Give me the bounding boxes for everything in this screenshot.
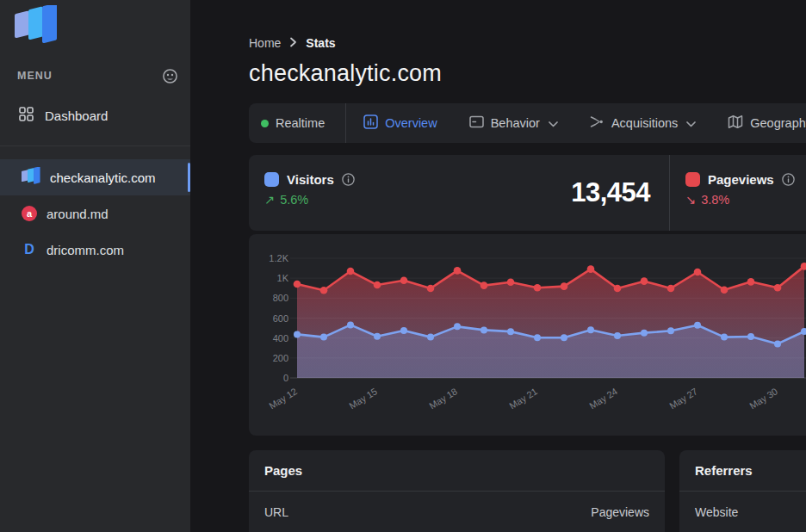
trend-down-icon: ↘	[685, 193, 696, 207]
svg-text:May 18: May 18	[427, 386, 459, 411]
pageviews-swatch-icon	[685, 172, 700, 187]
site-label: checkanalytic.com	[50, 170, 156, 185]
chevron-down-icon	[686, 116, 696, 130]
sidebar-site-around[interactable]: a around.md	[0, 195, 190, 232]
tab-realtime[interactable]: Realtime	[249, 116, 345, 130]
pages-panel-title: Pages	[249, 450, 665, 492]
active-indicator	[188, 163, 190, 192]
view-tabbar: Realtime Overview	[249, 103, 806, 143]
tab-label: Acquisitions	[611, 116, 678, 130]
tab-acquisitions[interactable]: Acquisitions	[590, 114, 696, 132]
sidebar-site-dricomm[interactable]: D dricomm.com	[0, 232, 190, 268]
svg-text:May 15: May 15	[347, 386, 379, 411]
stat-visitors: Visitors ↗ 5.6% 13,454	[249, 155, 669, 231]
svg-text:800: 800	[273, 293, 288, 303]
traffic-chart-card: 02004006008001K1.2KMay 12May 15May 18May…	[249, 234, 806, 436]
info-icon[interactable]	[782, 173, 795, 186]
dashboard-grid-icon	[19, 107, 34, 125]
detail-panels: Pages URL Pageviews Referrers Website	[249, 450, 806, 532]
branch-icon	[590, 114, 604, 132]
stat-pageviews: Pageviews ↘ 3.8%	[670, 155, 806, 231]
chevron-down-icon	[549, 116, 558, 130]
live-dot-icon	[261, 120, 269, 127]
column-header-url: URL	[264, 505, 288, 519]
pages-panel: Pages URL Pageviews	[249, 450, 665, 532]
svg-text:1K: 1K	[277, 273, 289, 283]
svg-text:200: 200	[273, 353, 288, 363]
visitors-swatch-icon	[264, 172, 279, 187]
menu-label: MENU	[17, 70, 53, 82]
column-header-pageviews: Pageviews	[591, 505, 649, 519]
svg-text:May 21: May 21	[507, 386, 539, 411]
visitors-count: 13,454	[571, 177, 650, 208]
site-label: dricomm.com	[46, 243, 124, 257]
tab-geography[interactable]: Geography	[728, 114, 806, 132]
emoji-face-icon[interactable]	[162, 68, 178, 84]
sidebar-divider	[0, 145, 190, 146]
trend-value: 3.8%	[701, 193, 729, 207]
sidebar-item-dashboard[interactable]: Dashboard	[0, 98, 190, 133]
svg-text:1.2K: 1.2K	[269, 253, 288, 263]
tab-label: Behavior	[491, 116, 540, 130]
column-header-website: Website	[695, 505, 738, 519]
breadcrumb: Home Stats	[249, 35, 336, 51]
stats-summary: Visitors ↗ 5.6% 13,454 Pageviews	[249, 155, 806, 231]
breadcrumb-current: Stats	[306, 36, 335, 50]
svg-text:May 12: May 12	[267, 386, 299, 411]
traffic-chart: 02004006008001K1.2KMay 12May 15May 18May…	[249, 234, 806, 436]
bar-chart-icon	[363, 114, 378, 132]
trend-up-icon: ↗	[264, 193, 275, 207]
tab-behavior[interactable]: Behavior	[469, 114, 558, 132]
around-logo-icon: a	[22, 206, 37, 221]
tab-label: Realtime	[276, 116, 325, 130]
referrers-panel: Referrers Website	[679, 450, 806, 532]
map-icon	[728, 114, 743, 132]
svg-text:400: 400	[273, 333, 288, 343]
tab-overview[interactable]: Overview	[363, 114, 437, 132]
tab-label: Overview	[385, 116, 437, 130]
sidebar-site-checkanalytic[interactable]: checkanalytic.com	[0, 159, 190, 195]
breadcrumb-home-link[interactable]: Home	[249, 36, 281, 50]
app-logo-icon	[15, 5, 58, 48]
svg-text:May 24: May 24	[587, 386, 619, 411]
stat-label: Visitors	[287, 172, 334, 187]
svg-text:0: 0	[283, 373, 288, 383]
breadcrumb-chevron-icon	[289, 35, 297, 51]
main-content: Home Stats checkanalytic.com Realtime	[249, 0, 806, 532]
sidebar: MENU Dashboard	[0, 0, 190, 532]
page-title: checkanalytic.com	[249, 60, 442, 87]
svg-text:May 27: May 27	[667, 386, 699, 411]
pageviews-trend: ↘ 3.8%	[685, 193, 806, 207]
referrers-panel-title: Referrers	[679, 450, 806, 492]
trend-value: 5.6%	[280, 193, 308, 207]
site-label: around.md	[46, 207, 108, 221]
stat-label: Pageviews	[708, 172, 774, 187]
dricomm-logo-icon: D	[22, 242, 37, 257]
sidebar-item-label: Dashboard	[45, 108, 108, 123]
tab-label: Geography	[750, 116, 806, 130]
info-icon[interactable]	[342, 173, 355, 186]
menu-header: MENU	[17, 67, 178, 84]
svg-text:600: 600	[273, 313, 288, 324]
svg-text:May 30: May 30	[747, 386, 779, 411]
site-logo-icon	[22, 167, 40, 189]
window-panel-icon	[469, 114, 484, 132]
